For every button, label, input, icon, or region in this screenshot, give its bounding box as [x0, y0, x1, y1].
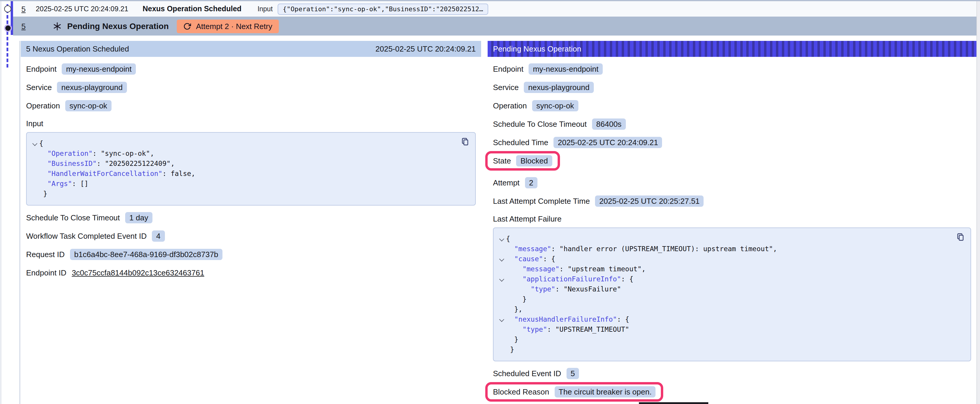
input-code-block: { "Operation": "sync-op-ok", "BusinessID…: [26, 132, 476, 206]
event-input-label: Input: [258, 5, 273, 13]
field-label: State: [493, 156, 511, 165]
left-panel-title: 5 Nexus Operation Scheduled: [26, 44, 129, 53]
json-line-content: "cause": {: [506, 254, 555, 264]
field-label: Workflow Task Completed Event ID: [26, 231, 147, 241]
detail-field-row: Endpoint ID 3c0c75ccfa8144b092c13ce63246…: [26, 266, 204, 279]
json-code-line: "applicationFailureInfo": {: [496, 274, 966, 284]
field-label: Endpoint: [26, 65, 57, 73]
json-line-content: "nexusHandlerFailureInfo": {: [506, 315, 629, 325]
pending-operation-panel: Pending Nexus Operation Endpoint my-nexu…: [488, 41, 977, 402]
field-label: Operation: [493, 101, 527, 110]
field-value-badge: nexus-playground: [57, 82, 127, 93]
json-line-content: },: [506, 304, 522, 315]
json-code-line: "type": "NexusFailure": [496, 284, 966, 295]
right-fields-bottom: Scheduled Event ID 5 Blocked Reason The …: [488, 367, 977, 402]
left-panel-timestamp: 2025-02-25 UTC 20:24:09.21: [375, 44, 476, 53]
field-value-badge: 2: [525, 177, 538, 189]
json-code-line: "Operation": "sync-op-ok",: [30, 149, 471, 159]
field-value-badge: 2025-02-25 UTC 20:25:27.51: [595, 195, 704, 207]
event-group-row[interactable]: 5 Pending Nexus Operation Attempt 2 · Ne…: [13, 17, 977, 36]
json-line-content: {: [39, 139, 43, 149]
json-line-content: {: [506, 234, 510, 244]
event-input-preview-chip[interactable]: {"Operation":"sync-op-ok","BusinessID":"…: [277, 3, 488, 14]
bottom-divider-line: [639, 402, 708, 404]
field-label: Endpoint: [493, 65, 523, 73]
right-fields-top: Endpoint my-nexus-endpoint Service nexus…: [488, 63, 977, 208]
json-line-content: "BusinessID": "20250225122409",: [39, 159, 175, 169]
field-label: Scheduled Time: [493, 138, 548, 147]
retry-icon: [184, 22, 191, 30]
failure-block-label: Last Attempt Failure: [493, 214, 977, 223]
retry-attempt-badge: Attempt 2 · Next Retry: [177, 19, 279, 33]
field-value-badge: my-nexus-endpoint: [529, 63, 603, 74]
event-timestamp: 2025-02-25 UTC 20:24:09.21: [36, 5, 128, 13]
json-line-content: }: [506, 295, 527, 304]
right-panel-header: Pending Nexus Operation: [488, 41, 977, 57]
json-code-line: }: [496, 295, 966, 304]
retry-badge-label: Attempt 2 · Next Retry: [196, 22, 272, 30]
detail-field-row: Endpoint my-nexus-endpoint: [493, 63, 603, 75]
collapse-toggle-icon[interactable]: [496, 254, 506, 264]
vertical-scrollbar[interactable]: [977, 1, 980, 404]
json-code-line: "type": "UPSTREAM_TIMEOUT": [496, 325, 966, 335]
detail-field-row: Attempt 2: [493, 176, 538, 189]
detail-field-row: Schedule To Close Timeout 86400s: [493, 118, 625, 130]
json-line-content: "message": "upstream timeout",: [506, 264, 646, 274]
window-left-edge: [1, 1, 1, 404]
json-code-line: }: [30, 189, 471, 199]
field-value-badge: sync-op-ok: [532, 100, 578, 111]
annotated-field-row: Blocked Reason The circuit breaker is op…: [485, 382, 663, 402]
field-label: Service: [493, 83, 519, 92]
event-dot-open-icon: [4, 5, 11, 13]
left-fields-bottom: Schedule To Close Timeout 1 day Workflow…: [21, 211, 481, 279]
field-value-badge: b1c6a4bc-8ee7-468a-9169-df3b02c8737b: [70, 249, 223, 260]
json-code-line: "Args": []: [30, 179, 471, 189]
detail-field-row: Request ID b1c6a4bc-8ee7-468a-9169-df3b0…: [26, 248, 223, 261]
json-code-line: "nexusHandlerFailureInfo": {: [496, 315, 966, 325]
collapse-toggle-icon[interactable]: [30, 139, 39, 149]
json-code-line: "cause": {: [496, 254, 966, 264]
event-title: Nexus Operation Scheduled: [143, 5, 242, 13]
left-panel-header: 5 Nexus Operation Scheduled 2025-02-25 U…: [21, 41, 481, 57]
json-line-content: "HandlerWaitForCancellation": false,: [39, 169, 195, 179]
detail-field-row: Last Attempt Complete Time 2025-02-25 UT…: [493, 195, 704, 208]
group-event-id-link[interactable]: 5: [21, 22, 25, 30]
detail-field-row: Service nexus-playground: [26, 81, 127, 93]
json-line-content: "message": "handler error (UPSTREAM_TIME…: [506, 244, 777, 254]
json-code-line: }: [496, 335, 966, 345]
json-code-line: }: [496, 345, 966, 355]
json-code-line: "message": "handler error (UPSTREAM_TIME…: [496, 244, 966, 254]
detail-field-row: Operation sync-op-ok: [26, 100, 111, 112]
collapse-toggle-icon[interactable]: [496, 234, 506, 244]
field-value-badge: 5: [566, 368, 579, 379]
copy-button[interactable]: [461, 138, 469, 146]
detail-field-row: Endpoint my-nexus-endpoint: [26, 63, 136, 75]
failure-code-lines: { "message": "handler error (UPSTREAM_TI…: [496, 234, 966, 355]
right-panel-title: Pending Nexus Operation: [493, 44, 581, 53]
detail-field-row: Scheduled Event ID 5: [493, 367, 579, 380]
field-value-badge: 4: [152, 230, 165, 242]
detail-field-row: Scheduled Time 2025-02-25 UTC 20:24:09.2…: [493, 136, 662, 149]
annotated-field-row: State Blocked: [485, 151, 560, 171]
field-label: Request ID: [26, 250, 65, 259]
json-line-content: "applicationFailureInfo": {: [506, 274, 633, 284]
copy-button[interactable]: [956, 233, 964, 242]
field-value-link[interactable]: 3c0c75ccfa8144b092c13ce632463761: [72, 268, 204, 277]
json-line-content: "Args": []: [39, 179, 88, 189]
json-code-line: "BusinessID": "20250225122409",: [30, 159, 471, 169]
timeline-connector-dashes: [6, 4, 8, 68]
collapse-toggle-icon[interactable]: [496, 274, 506, 284]
event-details-section: 5 Nexus Operation Scheduled 2025-02-25 U…: [19, 41, 977, 404]
field-label: Last Attempt Complete Time: [493, 196, 590, 206]
event-dot-active-icon: [4, 24, 12, 32]
event-history-row[interactable]: 5 2025-02-25 UTC 20:24:09.21 Nexus Opera…: [13, 1, 977, 17]
event-id-link[interactable]: 5: [21, 5, 25, 13]
detail-field-row: Workflow Task Completed Event ID 4: [26, 230, 165, 242]
field-value-badge: sync-op-ok: [65, 100, 111, 111]
field-label: Service: [26, 83, 52, 92]
collapse-toggle-icon[interactable]: [496, 315, 506, 325]
field-label: Attempt: [493, 178, 520, 187]
json-line-content: "type": "NexusFailure": [506, 284, 621, 295]
detail-field-row: Operation sync-op-ok: [493, 100, 578, 112]
json-code-line: },: [496, 304, 966, 315]
